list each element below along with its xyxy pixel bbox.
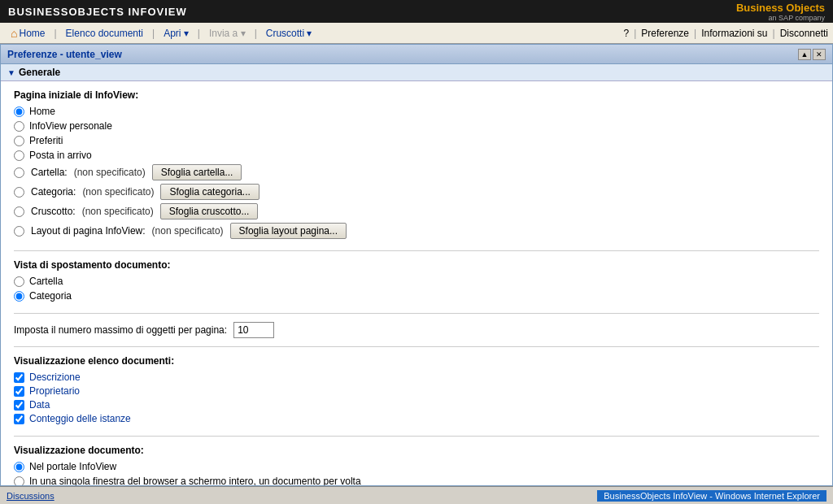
menu-preferences[interactable]: Preferenze [641, 28, 689, 39]
radio-inbox-label: Posta in arrivo [29, 150, 92, 161]
menu-logout[interactable]: Disconnetti [780, 28, 828, 39]
layout-row: Layout di pagina InfoView: (non specific… [14, 223, 819, 239]
menu-send[interactable]: Invia a ▾ [203, 25, 251, 41]
main-content: ▼ Generale Pagina iniziale di InfoView: … [0, 63, 833, 486]
menu-right: ? | Preferenze | Informazioni su | Disco… [623, 28, 828, 39]
checkbox-instances-label: Conteggio delle istanze [29, 413, 131, 424]
menu-home-label: Home [19, 28, 45, 39]
radio-category-nav-label: Categoria [29, 290, 72, 302]
infoview-start-label: Pagina iniziale di InfoView: [14, 89, 819, 101]
content-area: Pagina iniziale di InfoView: Home InfoVi… [1, 81, 832, 486]
doc-display-group: Visualizzazione documento: Nel portale I… [14, 445, 819, 486]
checkbox-instances[interactable] [14, 414, 24, 424]
radio-portal: Nel portale InfoView [14, 461, 819, 472]
browse-category-button[interactable]: Sfoglia categoria... [160, 184, 259, 200]
radio-portal-label: Nel portale InfoView [29, 461, 116, 472]
cb-owner: Proprietario [14, 385, 819, 397]
checkbox-owner[interactable] [14, 386, 24, 397]
category-value: (non specificato) [82, 186, 154, 198]
home-icon: ⌂ [11, 27, 17, 40]
divider-3 [14, 346, 819, 347]
dashboard-label: Cruscotto: [31, 206, 76, 217]
menu-open[interactable]: Apri ▾ [158, 25, 194, 41]
layout-value: (non specificato) [152, 225, 224, 237]
doc-list-view-group: Visualizzazione elenco documenti: Descri… [14, 355, 819, 424]
menu-dashboards[interactable]: Cruscotti ▾ [260, 25, 318, 41]
max-objects-input[interactable] [233, 322, 274, 338]
checkbox-description-label: Descrizione [29, 371, 81, 383]
section-title: Generale [19, 67, 60, 78]
checkbox-owner-label: Proprietario [29, 385, 80, 397]
checkbox-description[interactable] [14, 372, 24, 383]
radio-folder-nav-label: Cartella [29, 276, 63, 287]
max-objects-row: Imposta il numero massimo di oggetti per… [14, 322, 819, 338]
folder-value: (non specificato) [74, 167, 146, 178]
category-row: Categoria: (non specificato) Sfoglia cat… [14, 184, 819, 200]
browse-dashboard-button[interactable]: Sfoglia cruscotto... [160, 203, 259, 219]
folder-label: Cartella: [31, 167, 68, 178]
cb-description: Descrizione [14, 371, 819, 383]
radio-dashboard-input[interactable] [14, 206, 24, 217]
doc-display-label: Visualizzazione documento: [14, 445, 819, 456]
window-close-button[interactable]: ✕ [813, 49, 826, 60]
window-controls: ▲ ✕ [798, 49, 826, 60]
checkbox-date-label: Data [29, 399, 50, 411]
logo-sub: an SAP company [769, 14, 825, 22]
radio-category-nav: Categoria [14, 290, 819, 302]
category-label: Categoria: [31, 186, 76, 198]
checkbox-date[interactable] [14, 400, 24, 411]
divider-4 [14, 436, 819, 437]
window-restore-button[interactable]: ▲ [798, 49, 811, 60]
menu-help[interactable]: ? [623, 28, 629, 39]
top-bar: BUSINESSOBJECTS INFOVIEW Business Object… [0, 0, 833, 23]
menu-about[interactable]: Informazioni su [701, 28, 767, 39]
radio-folder-nav-input[interactable] [14, 276, 24, 287]
radio-home-input[interactable] [14, 106, 24, 117]
radio-category-nav-input[interactable] [14, 291, 24, 302]
radio-personal: InfoView personale [14, 120, 819, 132]
folder-row: Cartella: (non specificato) Sfoglia cart… [14, 164, 819, 180]
radio-favorites-label: Preferiti [29, 135, 63, 146]
radio-favorites: Preferiti [14, 135, 819, 146]
section-header: ▼ Generale [1, 64, 832, 81]
document-view-label: Vista di spostamento documento: [14, 259, 819, 271]
radio-personal-label: InfoView personale [29, 120, 112, 132]
status-bar: Discussions BusinessObjects InfoView - W… [0, 486, 833, 504]
radio-category-input[interactable] [14, 187, 24, 198]
layout-label: Layout di pagina InfoView: [31, 225, 146, 237]
browse-layout-button[interactable]: Sfoglia layout pagina... [230, 223, 347, 239]
radio-inbox: Posta in arrivo [14, 150, 819, 161]
infoview-start-group: Pagina iniziale di InfoView: Home InfoVi… [14, 89, 819, 239]
radio-portal-input[interactable] [14, 462, 24, 472]
logo: Business Objects an SAP company [736, 2, 825, 22]
menu-bar: ⌂ Home | Elenco documenti | Apri ▾ | Inv… [0, 23, 833, 44]
radio-favorites-input[interactable] [14, 136, 24, 146]
window-header: Preferenze - utente_view ▲ ✕ [0, 44, 833, 63]
logo-text: Business Objects [736, 2, 825, 14]
radio-folder-input[interactable] [14, 167, 24, 178]
dashboard-value: (non specificato) [82, 206, 154, 217]
app-title: BUSINESSOBJECTS INFOVIEW [8, 6, 187, 18]
divider-1 [14, 250, 819, 251]
radio-home-label: Home [29, 106, 55, 117]
divider-2 [14, 313, 819, 314]
radio-folder-nav: Cartella [14, 276, 819, 287]
browse-folder-button[interactable]: Sfoglia cartella... [152, 164, 242, 180]
cb-instances: Conteggio delle istanze [14, 413, 819, 424]
browser-info: BusinessObjects InfoView - Windows Inter… [597, 490, 826, 502]
menu-document-list[interactable]: Elenco documenti [60, 25, 149, 41]
document-view-group: Vista di spostamento documento: Cartella… [14, 259, 819, 302]
radio-single-input[interactable] [14, 476, 24, 487]
radio-personal-input[interactable] [14, 121, 24, 132]
cb-date: Data [14, 399, 819, 411]
radio-inbox-input[interactable] [14, 150, 24, 161]
window-title: Preferenze - utente_view [7, 49, 122, 60]
menu-left: ⌂ Home | Elenco documenti | Apri ▾ | Inv… [5, 24, 317, 42]
menu-home[interactable]: ⌂ Home [5, 24, 50, 42]
triangle-icon: ▼ [7, 68, 15, 77]
discussions-link[interactable]: Discussions [7, 491, 55, 501]
radio-single-label: In una singola finestra del browser a sc… [29, 476, 361, 486]
radio-single: In una singola finestra del browser a sc… [14, 476, 819, 486]
radio-layout-input[interactable] [14, 226, 24, 237]
max-objects-label: Imposta il numero massimo di oggetti per… [14, 324, 227, 336]
